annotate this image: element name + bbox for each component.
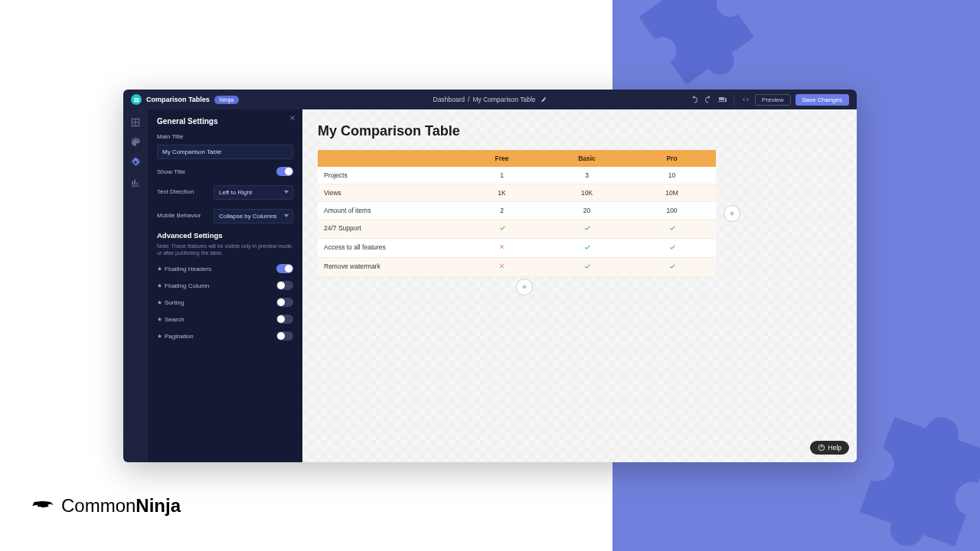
help-label: Help <box>828 444 841 452</box>
mobile-behavior-label: Mobile Behavior <box>157 212 201 219</box>
col-header[interactable]: Free <box>459 150 544 167</box>
cell[interactable] <box>544 239 629 257</box>
ninja-mask-icon <box>31 498 55 514</box>
redo-icon[interactable] <box>704 95 713 104</box>
text-direction-select[interactable]: Left to Right <box>214 185 293 200</box>
row-label: Views <box>318 184 459 201</box>
cell[interactable] <box>544 258 629 276</box>
row-label: Remove watermark <box>318 258 459 276</box>
cell[interactable] <box>459 220 544 238</box>
mobile-behavior-select[interactable]: Collapse by Columns <box>214 209 293 223</box>
row-label: Amount of items <box>318 202 459 219</box>
footer-logo: CommonNinja <box>31 495 181 517</box>
feature-label: Sorting <box>157 299 184 306</box>
titlebar: Comparison Tables Ninja Dashboard / My C… <box>123 90 857 109</box>
comparison-table: Free Basic Pro Projects1310Views1K10K10M… <box>318 150 716 277</box>
feature-toggle[interactable] <box>276 298 293 307</box>
nav-style-icon[interactable] <box>130 137 141 148</box>
cell[interactable] <box>629 239 714 257</box>
breadcrumb: Dashboard / My Comparison Table <box>433 96 547 103</box>
cell[interactable] <box>459 258 544 276</box>
feature-label: Floating Headers <box>157 266 211 272</box>
nav-analytics-icon[interactable] <box>130 177 141 187</box>
table-row[interactable]: Remove watermark <box>318 258 716 277</box>
feature-toggle[interactable] <box>276 315 293 324</box>
show-title-label: Show Title <box>157 168 185 175</box>
add-row-button[interactable] <box>516 279 533 295</box>
breadcrumb-root[interactable]: Dashboard <box>433 96 465 103</box>
app-logo-icon <box>131 94 142 105</box>
feature-toggle[interactable] <box>276 264 293 273</box>
cell[interactable] <box>629 258 714 276</box>
feature-label: Pagination <box>157 333 194 340</box>
breadcrumb-sep: / <box>468 96 469 103</box>
cell[interactable]: 10 <box>629 167 714 184</box>
breadcrumb-page[interactable]: My Comparison Table <box>472 96 535 103</box>
cell[interactable]: 1 <box>459 167 544 184</box>
row-label: 24/7 Support <box>318 220 459 238</box>
feature-label: Search <box>157 316 184 323</box>
cell[interactable] <box>544 220 629 238</box>
table-row[interactable]: Access to all features <box>318 239 716 258</box>
text-direction-label: Text Direction <box>157 188 194 195</box>
advanced-title: Advanced Settings <box>157 231 293 240</box>
nav-rail <box>123 109 148 462</box>
table-row[interactable]: Views1K10K10M <box>318 184 716 202</box>
save-button[interactable]: Save Changes <box>795 94 849 106</box>
feature-label: Floating Column <box>157 282 209 289</box>
row-label: Access to all features <box>318 239 459 257</box>
main-title-input[interactable] <box>157 145 293 159</box>
cell[interactable]: 20 <box>544 202 629 219</box>
devices-icon[interactable] <box>717 95 727 104</box>
cell[interactable]: 3 <box>544 167 629 184</box>
cell[interactable]: 10M <box>629 184 714 201</box>
col-header[interactable]: Basic <box>544 150 629 167</box>
preview-button[interactable]: Preview <box>755 94 790 106</box>
table-row[interactable]: Projects1310 <box>318 167 716 184</box>
panel-title: General Settings <box>157 117 293 126</box>
main-title-label: Main Title <box>157 133 293 140</box>
feature-toggle[interactable] <box>276 281 293 290</box>
close-icon[interactable] <box>289 114 296 122</box>
app-name: Comparison Tables <box>146 96 210 103</box>
edit-icon[interactable] <box>541 96 547 103</box>
page-title: My Comparison Table <box>318 123 841 139</box>
table-row[interactable]: 24/7 Support <box>318 220 716 239</box>
cell[interactable]: 1K <box>459 184 544 201</box>
row-label: Projects <box>318 167 459 184</box>
cell[interactable]: 100 <box>629 202 714 219</box>
cell[interactable] <box>459 239 544 257</box>
cell[interactable] <box>629 220 714 238</box>
table-row[interactable]: Amount of items220100 <box>318 202 716 220</box>
app-window: Comparison Tables Ninja Dashboard / My C… <box>123 90 857 462</box>
nav-content-icon[interactable] <box>130 117 141 128</box>
col-header[interactable]: Pro <box>629 150 714 167</box>
add-column-button[interactable] <box>724 205 740 222</box>
undo-icon[interactable] <box>690 95 699 104</box>
feature-toggle[interactable] <box>276 331 293 341</box>
advanced-note: Note: These features will be visible onl… <box>157 243 293 256</box>
table-header: Free Basic Pro <box>318 150 716 167</box>
settings-panel: General Settings Main Title Show Title T… <box>148 109 302 462</box>
show-title-toggle[interactable] <box>276 167 293 176</box>
cell[interactable]: 2 <box>459 202 544 219</box>
canvas: My Comparison Table Free Basic Pro Proje… <box>302 109 857 462</box>
help-button[interactable]: Help <box>810 441 849 455</box>
code-icon[interactable] <box>741 95 750 104</box>
plan-badge: Ninja <box>214 96 239 104</box>
nav-settings-icon[interactable] <box>130 157 141 168</box>
cell[interactable]: 10K <box>544 184 629 201</box>
